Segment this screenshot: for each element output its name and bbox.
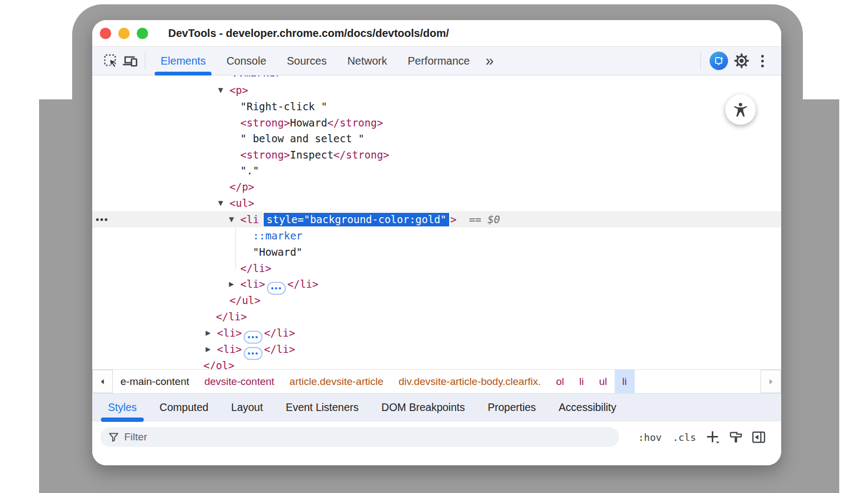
dom-tree-line[interactable]: </li>: [240, 260, 271, 276]
panel-tab-strip: StylesComputedLayoutEvent ListenersDOM B…: [92, 393, 781, 421]
text-token: Inspect: [290, 149, 334, 161]
row-hover-dots-icon[interactable]: [96, 211, 107, 227]
dom-tree-line[interactable]: ▼<p>: [229, 82, 248, 98]
accessibility-overlay-button[interactable]: [725, 94, 756, 125]
text-token: ==: [457, 213, 488, 225]
dom-tree-line[interactable]: </li>: [216, 308, 247, 325]
tag-token: </li>: [288, 278, 318, 290]
collapsed-content-ellipsis-icon[interactable]: [244, 347, 263, 360]
text-token: "Howard": [253, 246, 303, 258]
customize-menu-icon[interactable]: [755, 55, 769, 67]
tag-token: <li>: [240, 278, 265, 290]
panel-tab-dom-breakpoints[interactable]: DOM Breakpoints: [370, 394, 476, 421]
toggle-device-toolbar-icon[interactable]: [120, 51, 140, 71]
collapsed-arrow-icon[interactable]: ▶: [206, 341, 210, 357]
close-window-button[interactable]: [100, 28, 111, 39]
dom-tree-line[interactable]: ::marker: [253, 227, 303, 244]
panel-tab-event-listeners[interactable]: Event Listeners: [275, 394, 370, 421]
collapsed-arrow-icon[interactable]: ▶: [229, 276, 234, 292]
window-title: DevTools - developer.chrome.com/docs/dev…: [168, 27, 449, 40]
tag-token: <li: [240, 213, 259, 225]
tag-token: <li>: [217, 327, 242, 339]
breadcrumb-item[interactable]: devsite-content: [197, 370, 282, 393]
panel-tab-styles[interactable]: Styles: [97, 394, 148, 421]
breadcrumb-item[interactable]: article.devsite-article: [282, 370, 391, 393]
breadcrumb-scroll-right-button[interactable]: [761, 370, 781, 393]
tag-token: <strong>: [240, 149, 290, 161]
expanded-arrow-icon[interactable]: ▼: [218, 82, 223, 98]
breadcrumb-item[interactable]: li: [572, 370, 591, 393]
dom-tree-line[interactable]: "Right-click ": [240, 98, 327, 115]
panel-tab-computed[interactable]: Computed: [148, 394, 220, 421]
text-token: ".": [240, 165, 259, 176]
tag-token: </ol>: [203, 359, 234, 369]
tag-token: </strong>: [327, 117, 383, 129]
dom-tree-line[interactable]: "Howard": [253, 244, 303, 260]
tag-token: </strong>: [334, 149, 390, 161]
toggle-element-state-button[interactable]: :hov: [635, 432, 664, 443]
dom-tree-line[interactable]: ".": [240, 162, 259, 179]
minimize-window-button[interactable]: [118, 28, 130, 39]
breadcrumb-item[interactable]: div.devsite-article-body.clearfix.: [391, 370, 548, 393]
tab-network[interactable]: Network: [337, 47, 397, 75]
toolbar-divider-right: [700, 52, 701, 70]
devtools-window: DevTools - developer.chrome.com/docs/dev…: [92, 20, 781, 465]
panel-tab-properties[interactable]: Properties: [476, 394, 547, 421]
filter-placeholder: Filter: [124, 431, 147, 443]
tab-elements[interactable]: Elements: [150, 47, 216, 75]
collapsed-arrow-icon[interactable]: ▶: [206, 325, 210, 341]
breadcrumb-item[interactable]: li: [615, 370, 634, 393]
tag-token: </p>: [229, 181, 254, 193]
tag-token: >: [450, 213, 456, 225]
tab-sources[interactable]: Sources: [277, 47, 337, 75]
dom-tree-line[interactable]: ▶<li></li>: [240, 276, 318, 292]
settings-gear-icon[interactable]: [732, 51, 751, 71]
dom-tree-line[interactable]: <strong>Howard</strong>: [240, 115, 383, 131]
filter-bar-controls: :hov .cls: [635, 427, 781, 447]
breadcrumb-bar: e-main-contentdevsite-contentarticle.dev…: [92, 369, 781, 393]
dom-tree-line[interactable]: ▼<listyle="background-color:gold"> == $0: [240, 211, 500, 227]
expanded-arrow-icon[interactable]: ▼: [229, 211, 234, 227]
indent-guide-line: [235, 228, 236, 269]
tag-token: <strong>: [240, 117, 290, 129]
collapsed-content-ellipsis-icon[interactable]: [267, 282, 286, 295]
rendering-brush-button[interactable]: [727, 428, 744, 446]
new-style-rule-button[interactable]: [704, 428, 722, 446]
breadcrumb-item[interactable]: ol: [548, 370, 572, 393]
tab-performance[interactable]: Performance: [398, 47, 481, 75]
breadcrumb-item[interactable]: e-main-content: [113, 370, 197, 393]
tag-token: </li>: [264, 327, 295, 339]
dom-tree-line[interactable]: ▼<ul>: [229, 195, 254, 211]
main-tab-strip: ElementsConsoleSourcesNetworkPerformance: [150, 47, 480, 75]
element-classes-button[interactable]: .cls: [670, 432, 699, 443]
dom-tree-line[interactable]: </ol>: [203, 357, 234, 369]
toolbar-right-group: [695, 51, 781, 71]
dock-side-button[interactable]: [750, 428, 767, 446]
dom-tree-line[interactable]: " below and select ": [240, 130, 365, 147]
dom-tree-line[interactable]: </ul>: [229, 292, 260, 308]
filter-funnel-icon: [108, 432, 119, 443]
more-tabs-button[interactable]: »: [480, 54, 499, 68]
ai-assistance-button[interactable]: [710, 52, 728, 70]
toolbar-divider: [145, 52, 145, 70]
breadcrumb-item[interactable]: ul: [591, 370, 615, 393]
dom-tree-line[interactable]: ▶<li></li>: [217, 325, 295, 341]
breadcrumb-scroll-left-button[interactable]: [92, 370, 113, 393]
expanded-arrow-icon[interactable]: ▼: [218, 195, 223, 211]
dom-tree-line[interactable]: <strong>Inspect</strong>: [240, 147, 390, 163]
panel-tab-layout[interactable]: Layout: [220, 394, 275, 421]
styles-filter-bar: Filter :hov .cls: [92, 421, 781, 465]
zoom-window-button[interactable]: [137, 28, 148, 39]
dom-tree-line[interactable]: ::marker: [232, 75, 282, 81]
dom-tree-line[interactable]: </p>: [229, 179, 254, 195]
panel-tab-accessibility[interactable]: Accessibility: [547, 394, 628, 421]
dom-tree-line[interactable]: ▶<li></li>: [217, 341, 295, 357]
tag-token: </li>: [264, 343, 295, 355]
pseudo-element-token: ::marker: [232, 75, 282, 79]
filter-input[interactable]: Filter: [100, 427, 619, 447]
illustration-canvas: DevTools - developer.chrome.com/docs/dev…: [0, 0, 868, 493]
tab-console[interactable]: Console: [216, 47, 276, 75]
selected-attribute-value: style="background-color:gold": [264, 213, 449, 226]
tag-token: </li>: [216, 311, 247, 323]
inspect-element-icon[interactable]: [101, 51, 120, 71]
